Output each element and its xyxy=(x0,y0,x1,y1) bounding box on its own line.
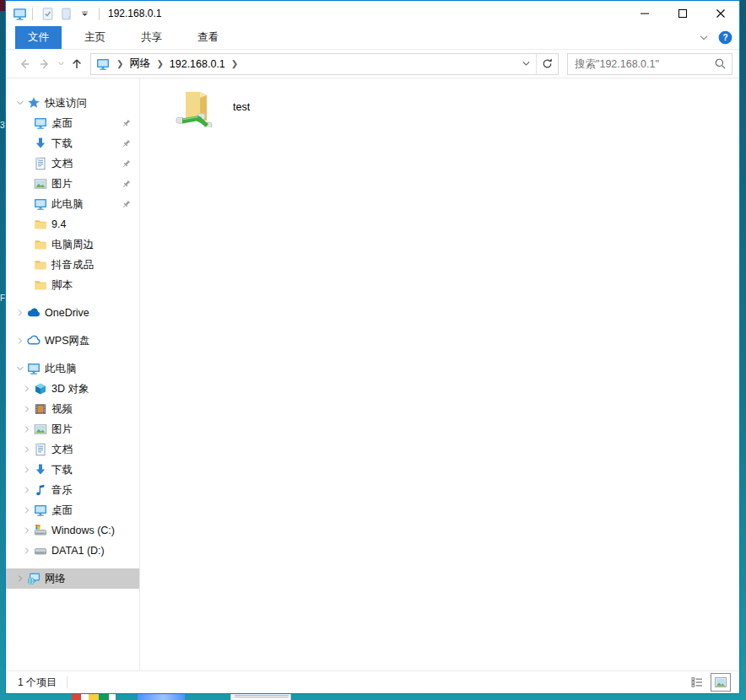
tab-view[interactable]: 查看 xyxy=(185,26,231,49)
computer-icon xyxy=(33,197,48,211)
sidebar-item-quick-access[interactable]: 快速访问 xyxy=(6,93,139,113)
sidebar-item-scripts[interactable]: 脚本 xyxy=(6,275,139,295)
divider xyxy=(67,676,68,688)
sidebar-item-music[interactable]: 音乐 xyxy=(6,480,139,500)
details-view-button[interactable] xyxy=(687,673,707,692)
sidebar-item-network[interactable]: 网络 xyxy=(6,568,139,589)
breadcrumb-host[interactable]: 192.168.0.1 xyxy=(166,58,229,70)
search-box[interactable] xyxy=(567,53,732,75)
chevron-right-icon[interactable] xyxy=(14,336,26,346)
sidebar-item-desktop[interactable]: 桌面 xyxy=(6,113,139,133)
help-icon[interactable] xyxy=(718,30,732,45)
chevron-right-icon[interactable] xyxy=(21,444,33,455)
document-icon xyxy=(33,157,48,170)
file-list-pane[interactable]: test xyxy=(140,78,739,670)
sidebar-item-downloads[interactable]: 下载 xyxy=(6,133,139,153)
sidebar-item-documents-pc[interactable]: 文档 xyxy=(6,439,139,460)
breadcrumb-network[interactable]: 网络 xyxy=(126,57,154,71)
tab-share[interactable]: 共享 xyxy=(128,26,175,49)
address-dropdown-chevron[interactable] xyxy=(516,54,536,74)
up-button[interactable] xyxy=(67,53,87,75)
refresh-icon[interactable] xyxy=(536,54,558,74)
forward-button[interactable] xyxy=(35,53,55,75)
maximize-button[interactable] xyxy=(663,1,701,26)
sidebar-item-videos[interactable]: 视频 xyxy=(6,399,139,419)
folder-icon xyxy=(33,238,48,251)
music-note-icon xyxy=(33,483,48,497)
document-icon xyxy=(33,443,48,456)
search-input[interactable] xyxy=(575,58,714,70)
chevron-right-icon[interactable] xyxy=(21,384,33,394)
chevron-right-icon[interactable] xyxy=(21,525,33,536)
backdrop-fragment: 3 xyxy=(0,121,5,130)
explorer-window: 192.168.0.1 文件 主页 共享 查看 xyxy=(5,0,740,694)
address-row: ❯ 网络 ❯ 192.168.0.1 ❯ xyxy=(6,50,739,78)
drive-icon xyxy=(33,544,48,557)
file-item-test[interactable]: test xyxy=(175,85,369,129)
expand-ribbon-chevron-icon[interactable] xyxy=(698,32,710,44)
computer-icon xyxy=(26,362,41,375)
customize-toolbar-dropdown[interactable] xyxy=(75,4,94,23)
folder-icon xyxy=(33,278,48,292)
chevron-right-icon[interactable] xyxy=(21,424,33,434)
sidebar-item-this-pc-pinned[interactable]: 此电脑 xyxy=(6,194,139,214)
breadcrumb-separator: ❯ xyxy=(154,59,165,68)
pin-icon xyxy=(121,159,132,170)
sidebar-item-desktop-pc[interactable]: 桌面 xyxy=(6,500,139,520)
file-item-label: test xyxy=(233,101,250,113)
sidebar-item-data1-d[interactable]: DATA1 (D:) xyxy=(6,541,139,561)
chevron-down-icon[interactable] xyxy=(14,363,26,374)
title-bar: 192.168.0.1 xyxy=(6,1,739,26)
backdrop-window-sliver xyxy=(230,693,291,700)
chevron-right-icon[interactable] xyxy=(14,308,26,318)
minimize-button[interactable] xyxy=(625,1,663,26)
pin-icon xyxy=(121,199,132,210)
network-icon xyxy=(26,572,41,585)
back-button[interactable] xyxy=(14,53,35,75)
quick-access-star-icon xyxy=(26,96,41,110)
chevron-right-icon[interactable] xyxy=(21,465,33,475)
desktop-backdrop: 3 F 192.168.0.1 文件 主页 共享 查看 xyxy=(0,0,746,700)
sidebar-item-documents[interactable]: 文档 xyxy=(6,153,139,174)
desktop-icon xyxy=(33,116,48,130)
chevron-right-icon[interactable] xyxy=(14,573,26,584)
sidebar-item-wps-cloud[interactable]: WPS网盘 xyxy=(6,331,139,351)
sidebar-item-windows-c[interactable]: Windows (C:) xyxy=(6,520,139,541)
navigation-pane: 快速访问 桌面 下载 文档 xyxy=(6,78,140,670)
chevron-right-icon[interactable] xyxy=(21,546,33,556)
sidebar-item-3d-objects[interactable]: 3D 对象 xyxy=(6,379,139,399)
3d-cube-icon xyxy=(33,382,48,396)
wps-cloud-icon xyxy=(26,334,41,347)
tab-home[interactable]: 主页 xyxy=(72,26,118,49)
sidebar-item-pictures-pc[interactable]: 图片 xyxy=(6,419,139,439)
divider xyxy=(99,8,100,20)
ribbon-tab-row: 文件 主页 共享 查看 xyxy=(6,26,739,50)
sidebar-item-pictures[interactable]: 图片 xyxy=(6,174,139,194)
tab-file[interactable]: 文件 xyxy=(15,26,62,49)
chevron-down-icon[interactable] xyxy=(14,98,26,108)
pin-icon xyxy=(121,138,132,149)
desktop-icon xyxy=(33,503,48,517)
sidebar-item-9-4[interactable]: 9.4 xyxy=(6,214,139,234)
chevron-right-icon[interactable] xyxy=(21,404,33,414)
recent-locations-dropdown[interactable] xyxy=(55,53,67,75)
search-icon[interactable] xyxy=(714,57,727,70)
sidebar-item-onedrive[interactable]: OneDrive xyxy=(6,303,139,323)
close-button[interactable] xyxy=(701,1,739,26)
caption-buttons xyxy=(625,1,739,26)
sidebar-item-downloads-pc[interactable]: 下载 xyxy=(6,460,139,480)
new-item-button[interactable] xyxy=(57,4,75,23)
large-icons-view-button[interactable] xyxy=(711,673,731,692)
properties-button[interactable] xyxy=(38,4,57,23)
sidebar-item-computer-peripherals[interactable]: 电脑周边 xyxy=(6,234,139,255)
divider xyxy=(32,8,33,20)
window-title: 192.168.0.1 xyxy=(108,8,161,19)
download-icon xyxy=(33,137,48,150)
onedrive-cloud-icon xyxy=(26,306,41,320)
pin-icon xyxy=(121,179,132,190)
address-bar[interactable]: ❯ 网络 ❯ 192.168.0.1 ❯ xyxy=(90,53,559,75)
sidebar-item-this-pc[interactable]: 此电脑 xyxy=(6,358,139,379)
sidebar-item-douyin-products[interactable]: 抖音成品 xyxy=(6,255,139,275)
chevron-right-icon[interactable] xyxy=(21,505,33,515)
chevron-right-icon[interactable] xyxy=(21,485,33,495)
